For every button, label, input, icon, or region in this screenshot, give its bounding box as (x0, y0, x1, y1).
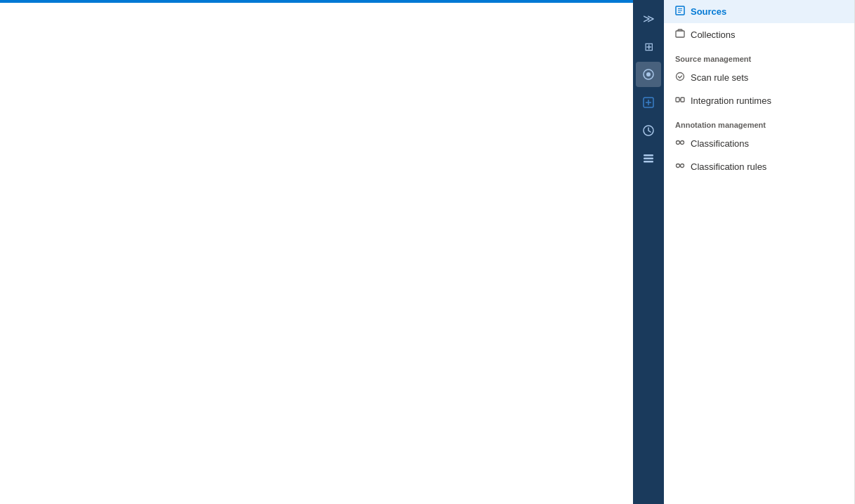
integration-runtimes-icon (675, 95, 685, 107)
svg-rect-10 (676, 98, 679, 102)
svg-rect-8 (676, 31, 684, 37)
sidebar-item-collections[interactable]: Collections (664, 23, 854, 46)
home-icon[interactable]: ⊞ (636, 34, 661, 59)
svg-point-1 (646, 72, 651, 77)
manage-icon[interactable] (636, 146, 661, 171)
expand-collapse-icon[interactable]: ≫ (636, 6, 661, 31)
svg-point-14 (677, 164, 680, 168)
integration-runtimes-label: Integration runtimes (691, 95, 771, 106)
svg-point-12 (677, 141, 680, 145)
svg-rect-4 (644, 154, 653, 157)
collections-icon (675, 29, 685, 41)
scan-icon[interactable] (636, 90, 661, 115)
collections-label: Collections (691, 29, 736, 40)
annotation-management-header: Annotation management (664, 112, 854, 132)
classifications-icon (675, 138, 685, 150)
scan-rule-sets-icon (675, 72, 685, 84)
top-bar (0, 0, 633, 3)
scan-rule-sets-label: Scan rule sets (691, 72, 748, 83)
sidebar-item-sources[interactable]: Sources (664, 0, 854, 23)
classifications-label: Classifications (691, 138, 749, 149)
icon-bar: ≫ ⊞ (633, 0, 664, 504)
svg-point-9 (677, 73, 684, 81)
sidebar-item-scan-rule-sets[interactable]: Scan rule sets (664, 66, 854, 89)
sidebar-item-classifications[interactable]: Classifications (664, 132, 854, 155)
svg-rect-11 (681, 98, 684, 102)
classification-rules-icon (675, 161, 685, 173)
source-management-header: Source management (664, 46, 854, 66)
svg-point-15 (681, 164, 684, 168)
sidebar: Sources Collections Source management Sc… (664, 0, 855, 504)
sources-icon (675, 6, 685, 18)
sidebar-item-classification-rules[interactable]: Classification rules (664, 155, 854, 178)
svg-rect-6 (644, 161, 653, 163)
svg-rect-5 (644, 158, 653, 160)
svg-point-13 (681, 141, 684, 145)
classification-rules-label: Classification rules (691, 161, 766, 172)
sources-label: Sources (691, 6, 726, 17)
sidebar-item-integration-runtimes[interactable]: Integration runtimes (664, 89, 854, 112)
insights-icon[interactable] (636, 118, 661, 143)
catalog-icon[interactable] (636, 62, 661, 87)
